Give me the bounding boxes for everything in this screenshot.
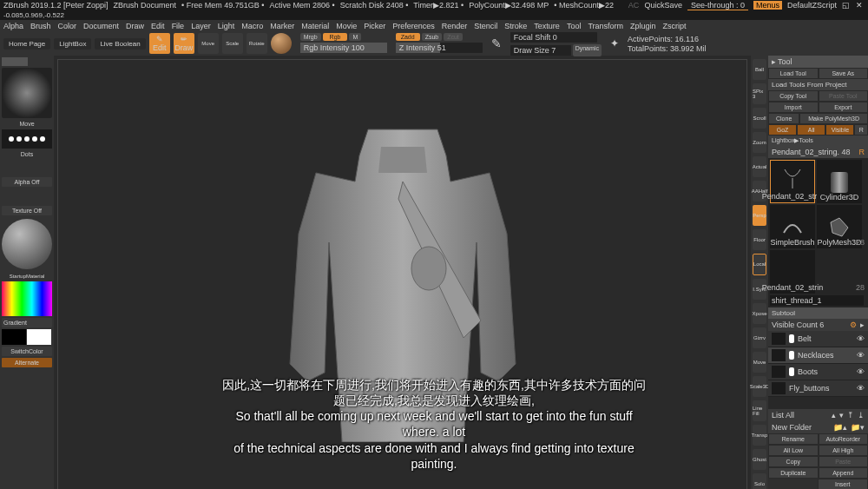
move-button[interactable]: Move — [198, 33, 219, 54]
eye-icon[interactable]: 👁 — [857, 367, 865, 376]
mrgb-button[interactable]: Mrgb — [300, 33, 321, 41]
saveas-button[interactable]: Save As — [819, 68, 869, 79]
rgb-button[interactable]: Rgb — [323, 33, 348, 41]
menu-alpha[interactable]: Alpha — [3, 22, 23, 30]
insert-button[interactable]: Insert — [818, 479, 869, 489]
righttool-xpose[interactable]: Xpose — [753, 303, 766, 324]
dynamic-button[interactable]: Dynamic — [573, 44, 602, 56]
loadproject-button[interactable]: Load Tools From Project — [768, 79, 868, 90]
pastetool-button[interactable]: Paste Tool — [819, 90, 869, 102]
subtool-header[interactable]: Subtool — [768, 307, 868, 319]
menu-picker[interactable]: Picker — [364, 22, 385, 30]
visible-button[interactable]: Visible — [825, 124, 854, 135]
righttool-transp[interactable]: Transp — [753, 425, 766, 446]
eye-icon[interactable]: 👁 — [857, 384, 865, 393]
tool-item-shirt-thread[interactable]: shirt_thread_1 — [770, 295, 864, 306]
gear-icon[interactable]: ⚙ — [850, 320, 857, 329]
folder-down-icon[interactable]: 📁▾ — [851, 423, 865, 432]
menu-preferences[interactable]: Preferences — [392, 22, 435, 30]
left-tab[interactable] — [2, 57, 28, 66]
copytool-button[interactable]: Copy Tool — [768, 90, 819, 102]
menu-zplugin[interactable]: Zplugin — [630, 22, 656, 30]
menu-marker[interactable]: Marker — [270, 22, 294, 30]
subtool-necklaces[interactable]: Necklaces👁 — [768, 347, 868, 364]
import-button[interactable]: Import — [768, 102, 819, 113]
righttool-ball[interactable]: Ball — [753, 59, 766, 80]
gradient-button[interactable]: Gradient — [2, 318, 52, 327]
focal-shift-slider[interactable]: Focal Shift 0 — [510, 32, 597, 43]
alllow-button[interactable]: All Low — [768, 445, 819, 456]
righttool-line-fill[interactable]: Line Fill — [753, 400, 766, 421]
clone-button[interactable]: Clone — [768, 113, 799, 124]
swatch-main[interactable] — [2, 329, 26, 345]
zsub-button[interactable]: Zsub — [422, 33, 443, 41]
menu-light[interactable]: Light — [218, 22, 235, 30]
chevron-icon[interactable]: ▸ — [860, 320, 865, 329]
seethrough-slider[interactable]: See-through : 0 — [687, 1, 748, 10]
folder-up-icon[interactable]: 📁▴ — [833, 423, 847, 432]
menu-file[interactable]: File — [172, 22, 185, 30]
righttool-ghost[interactable]: Ghost — [753, 449, 766, 470]
autoreorder-button[interactable]: AutoReorder — [819, 433, 869, 445]
menu-transform[interactable]: Transform — [588, 22, 623, 30]
color-picker[interactable] — [2, 281, 52, 316]
brush-preview[interactable] — [2, 68, 52, 118]
export-button[interactable]: Export — [819, 102, 869, 113]
menu-brush[interactable]: Brush — [30, 22, 51, 30]
tool-item-simplebrush[interactable]: SimpleBrush — [770, 205, 815, 248]
material-preview[interactable] — [2, 219, 52, 269]
rgb-intensity-slider[interactable]: Rgb Intensity 100 — [300, 43, 387, 53]
liveboolean-button[interactable]: Live Boolean — [95, 38, 145, 50]
subtool-boots[interactable]: Boots👁 — [768, 364, 868, 380]
righttool-zoom[interactable]: Zoom — [753, 132, 766, 153]
eye-icon[interactable]: 👁 — [857, 351, 865, 360]
draw-button[interactable]: ✏Draw — [174, 33, 194, 54]
menu-tool[interactable]: Tool — [567, 22, 582, 30]
append-button[interactable]: Append — [819, 467, 869, 479]
tool-item-pendant2[interactable]: 28Pendant_02_strin — [770, 250, 815, 294]
z-intensity-slider[interactable]: Z Intensity 51 — [396, 43, 483, 53]
window-icon[interactable]: ◱ — [842, 1, 851, 10]
menu-render[interactable]: Render — [442, 22, 468, 30]
menu-stencil[interactable]: Stencil — [474, 22, 497, 30]
menu-color[interactable]: Color — [58, 22, 77, 30]
righttool-persp[interactable]: Persp — [753, 205, 766, 226]
rename-button[interactable]: Rename — [768, 433, 819, 445]
copy-button[interactable]: Copy — [768, 456, 819, 467]
all-button[interactable]: All — [797, 124, 825, 135]
makepoly-button[interactable]: Make PolyMesh3D — [799, 113, 868, 124]
r-icon[interactable]: R — [859, 148, 865, 156]
default-zscript[interactable]: DefaultZScript — [787, 1, 837, 10]
righttool-gizrv[interactable]: Gizrv — [753, 327, 766, 348]
menu-macro[interactable]: Macro — [241, 22, 263, 30]
r-button[interactable]: R — [854, 124, 868, 135]
subtool-belt[interactable]: Belt👁 — [768, 331, 868, 347]
switch-color-button[interactable]: SwitchColor — [2, 347, 52, 356]
home-button[interactable]: Home Page — [3, 38, 50, 50]
righttool-local[interactable]: Local — [753, 254, 766, 274]
nav-icon[interactable]: ✦ — [610, 37, 619, 50]
top-icon[interactable]: ⤒ — [847, 411, 854, 420]
menu-layer[interactable]: Layer — [191, 22, 211, 30]
righttool-actual[interactable]: Actual — [753, 156, 766, 177]
edit-button[interactable]: ✎Edit — [149, 33, 170, 54]
menu-movie[interactable]: Movie — [336, 22, 357, 30]
stroke-preview[interactable] — [2, 129, 52, 149]
righttool-spix-3[interactable]: SPix 3 — [753, 83, 766, 104]
righttool-scale3d[interactable]: Scale3D — [753, 376, 766, 397]
righttool-scroll[interactable]: Scroll — [753, 108, 766, 129]
menu-draw[interactable]: Draw — [126, 22, 144, 30]
lightbox-button[interactable]: LightBox — [54, 38, 91, 50]
menu-zscript[interactable]: Zscript — [663, 22, 687, 30]
lightbox-tools-button[interactable]: Lightbox▶Tools — [768, 135, 868, 146]
loadtool-button[interactable]: Load Tool — [768, 68, 819, 79]
zadd-button[interactable]: Zadd — [396, 33, 420, 41]
quicksave-button[interactable]: QuickSave — [644, 1, 682, 10]
alpha-off-button[interactable]: Alpha Off — [2, 177, 52, 187]
menu-document[interactable]: Document — [83, 22, 119, 30]
righttool-solo[interactable]: Solo — [753, 473, 766, 489]
subtool-fly-buttons[interactable]: Fly_buttons👁 — [768, 380, 868, 397]
zcut-button[interactable]: Zcut — [444, 33, 463, 41]
tool-panel-header[interactable]: ▸Tool — [768, 56, 868, 68]
pendant-slider[interactable]: Pendant_02_string. 48R — [768, 146, 868, 158]
